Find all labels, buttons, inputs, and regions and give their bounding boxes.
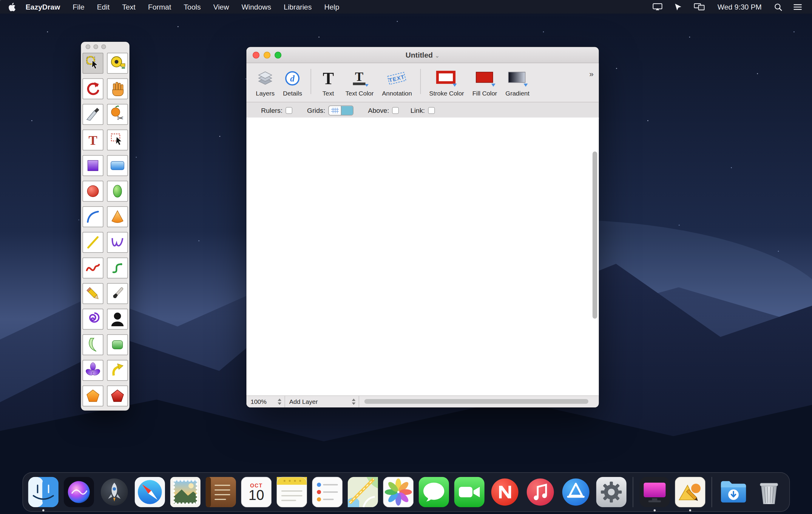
menu-help[interactable]: Help bbox=[318, 3, 345, 11]
palette-titlebar[interactable] bbox=[81, 42, 129, 52]
dock-app-store[interactable] bbox=[561, 477, 591, 508]
tool-grid: ✂ T bbox=[81, 52, 129, 406]
menu-file[interactable]: File bbox=[66, 3, 91, 11]
menu-view[interactable]: View bbox=[207, 3, 235, 11]
menu-libraries[interactable]: Libraries bbox=[278, 3, 318, 11]
grid-lines-button[interactable] bbox=[329, 106, 341, 115]
dock-maps[interactable] bbox=[348, 477, 378, 508]
toolbar-layers[interactable]: Layers bbox=[252, 67, 279, 97]
rulers-checkbox[interactable] bbox=[286, 107, 293, 114]
dock-messages[interactable] bbox=[419, 477, 449, 508]
menu-bar: EazyDraw File Edit Text Format Tools Vie… bbox=[0, 0, 812, 14]
tool-polyline[interactable] bbox=[107, 232, 128, 253]
tool-rounded-rect[interactable] bbox=[107, 155, 128, 176]
link-checkbox[interactable] bbox=[428, 107, 435, 114]
add-layer-control[interactable]: Add Layer bbox=[285, 396, 359, 408]
tool-curve[interactable] bbox=[83, 258, 104, 278]
zoom-control[interactable]: 100% bbox=[246, 396, 285, 408]
tool-crescent[interactable] bbox=[83, 334, 104, 355]
dock-photos[interactable] bbox=[383, 477, 414, 508]
dock-finder[interactable] bbox=[28, 477, 59, 508]
dock-eazydraw[interactable] bbox=[675, 477, 705, 508]
menu-clock[interactable]: Wed 9:30 PM bbox=[713, 3, 766, 11]
toolbar-details[interactable]: d Details bbox=[279, 67, 307, 97]
tool-s-curve[interactable] bbox=[107, 258, 128, 278]
tool-silhouette[interactable] bbox=[107, 309, 128, 329]
dock-siri[interactable] bbox=[64, 477, 94, 508]
toolbar-gradient-label: Gradient bbox=[505, 90, 529, 97]
tool-crop[interactable]: ✂ bbox=[107, 104, 128, 125]
vertical-scrollbar[interactable] bbox=[592, 152, 597, 319]
tool-rotate[interactable] bbox=[83, 79, 104, 100]
horizontal-scrollbar-track[interactable] bbox=[359, 396, 599, 408]
tool-text[interactable]: T bbox=[83, 130, 104, 151]
menu-edit[interactable]: Edit bbox=[91, 3, 116, 11]
toolbar-fill-color[interactable]: Fill Color bbox=[468, 67, 501, 97]
title-chevron-icon[interactable]: ⌄ bbox=[435, 52, 440, 58]
tool-palette: ✂ T bbox=[81, 42, 129, 411]
dock-facetime[interactable] bbox=[454, 477, 485, 508]
dock-system-preferences[interactable] bbox=[596, 477, 627, 508]
toolbar-stroke-color[interactable]: Stroke Color bbox=[425, 67, 468, 97]
pointer-icon[interactable] bbox=[671, 3, 686, 11]
tool-pinwheel[interactable] bbox=[83, 360, 104, 381]
tool-ellipse[interactable] bbox=[107, 181, 128, 202]
tool-green-square[interactable] bbox=[107, 334, 128, 355]
toolbar-text-color[interactable]: T Text Color bbox=[341, 67, 378, 97]
tool-knife[interactable] bbox=[83, 104, 104, 125]
details-icon: d bbox=[284, 68, 301, 89]
window-toolbar: Layers d Details T Text T Text Color bbox=[246, 63, 599, 102]
dock-safari[interactable] bbox=[135, 477, 165, 508]
menu-text[interactable]: Text bbox=[116, 3, 142, 11]
dock-contacts[interactable] bbox=[206, 477, 236, 508]
dock-downloads[interactable] bbox=[718, 477, 749, 508]
toolbar-annotation[interactable]: TEXT Annotation bbox=[378, 67, 416, 97]
tool-square[interactable] bbox=[83, 155, 104, 176]
tool-measure-tape[interactable] bbox=[107, 53, 128, 74]
tool-select[interactable] bbox=[83, 53, 104, 74]
tool-hand[interactable] bbox=[107, 79, 128, 100]
displays-icon[interactable] bbox=[691, 3, 708, 11]
dock-notes[interactable] bbox=[277, 477, 307, 508]
window-titlebar[interactable]: Untitled ⌄ bbox=[246, 47, 599, 63]
menu-windows[interactable]: Windows bbox=[235, 3, 278, 11]
palette-close-button[interactable] bbox=[86, 45, 90, 49]
airplay-display-icon[interactable] bbox=[650, 3, 666, 11]
dock-reminders[interactable] bbox=[312, 477, 343, 508]
above-checkbox[interactable] bbox=[392, 107, 399, 114]
menu-tools[interactable]: Tools bbox=[177, 3, 207, 11]
dock-calendar[interactable]: OCT 10 bbox=[241, 477, 272, 508]
tool-spiral[interactable] bbox=[83, 309, 104, 329]
dock-display-app[interactable] bbox=[640, 477, 670, 508]
grid-fill-button[interactable] bbox=[341, 106, 353, 115]
text-icon: T bbox=[319, 68, 338, 89]
menu-app-name[interactable]: EazyDraw bbox=[18, 3, 66, 11]
tool-cone[interactable] bbox=[107, 206, 128, 227]
tool-pencil[interactable] bbox=[83, 283, 104, 304]
palette-minimize-button[interactable] bbox=[93, 45, 98, 49]
tool-arc[interactable] bbox=[83, 206, 104, 227]
tool-pentagon[interactable] bbox=[83, 386, 104, 407]
tool-pentagon-solid[interactable] bbox=[107, 386, 128, 407]
tool-brush[interactable] bbox=[107, 283, 128, 304]
tool-circle[interactable] bbox=[83, 181, 104, 202]
toolbar-overflow-button[interactable]: » bbox=[589, 70, 592, 79]
dock-mail[interactable] bbox=[170, 477, 201, 508]
dock-news[interactable] bbox=[490, 477, 520, 508]
link-label: Link: bbox=[410, 106, 425, 114]
dock-trash[interactable] bbox=[754, 477, 784, 508]
tool-select-frame[interactable] bbox=[107, 130, 128, 151]
tool-fold-arrow[interactable] bbox=[107, 360, 128, 381]
tool-line[interactable] bbox=[83, 232, 104, 253]
palette-zoom-button[interactable] bbox=[102, 45, 106, 49]
notification-center-icon[interactable] bbox=[790, 3, 805, 10]
dock-launchpad[interactable] bbox=[99, 477, 130, 508]
apple-menu[interactable] bbox=[7, 2, 19, 11]
spotlight-icon[interactable] bbox=[771, 3, 785, 11]
menu-format[interactable]: Format bbox=[142, 3, 177, 11]
toolbar-gradient[interactable]: Gradient bbox=[501, 67, 534, 97]
horizontal-scrollbar[interactable] bbox=[365, 399, 588, 404]
dock-itunes[interactable] bbox=[525, 477, 556, 508]
drawing-canvas[interactable] bbox=[246, 117, 599, 396]
toolbar-text[interactable]: T Text bbox=[315, 67, 342, 97]
